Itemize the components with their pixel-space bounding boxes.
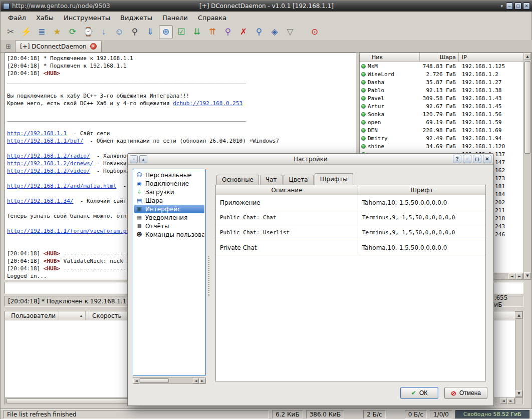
scroll-right-icon[interactable]: ► bbox=[199, 378, 205, 383]
finished-downloads-button[interactable]: ☑ bbox=[174, 25, 188, 39]
settings-section-item[interactable]: ☺Персональные bbox=[134, 171, 204, 179]
user-row[interactable]: DEN226.98 ГиБ192.168.1.69 bbox=[360, 126, 523, 134]
recent-hubs-button[interactable]: ⌚ bbox=[81, 25, 95, 39]
scroll-down-icon[interactable]: ▼ bbox=[515, 390, 522, 397]
column-nick[interactable]: Ник bbox=[360, 53, 420, 62]
menu-item[interactable]: Файл bbox=[4, 13, 31, 23]
chat-link[interactable]: http://192.168.1.34/ bbox=[7, 198, 73, 204]
scroll-up-icon[interactable]: ▲ bbox=[515, 312, 522, 319]
scroll-right-icon[interactable]: ► bbox=[516, 273, 523, 279]
close-hub-button[interactable]: ✗ bbox=[236, 25, 250, 39]
chat-link[interactable]: http://192.168.1.1 bbox=[7, 130, 67, 137]
column-font[interactable]: Шрифт bbox=[358, 185, 485, 195]
dialog-menu-icon[interactable]: ▫ bbox=[130, 155, 138, 163]
downloads-button[interactable]: ⇓ bbox=[143, 25, 157, 39]
user-row[interactable]: Artur92.67 ГиБ192.168.1.45 bbox=[360, 102, 523, 110]
scroll-thumb[interactable] bbox=[140, 378, 169, 383]
font-row[interactable]: Public Chat: ChatTerminus,9,-1,5,50,0,0,… bbox=[216, 210, 485, 225]
settings-section-item[interactable]: ☻Команды пользователя bbox=[134, 230, 204, 239]
ok-button[interactable]: ✔ ОК bbox=[400, 387, 438, 399]
cut-button[interactable]: ✂ bbox=[4, 25, 18, 39]
user-row[interactable]: open69.19 ГиБ192.168.1.59 bbox=[360, 118, 523, 126]
public-hubs-button[interactable]: ⊕ bbox=[159, 25, 173, 39]
column-ip[interactable]: IP bbox=[459, 53, 523, 62]
settings-section-item[interactable]: ◉Подключение bbox=[134, 179, 204, 188]
tab-close-icon[interactable]: ✕ bbox=[90, 43, 97, 50]
scroll-left-icon[interactable]: ◄ bbox=[500, 398, 507, 404]
chat-link[interactable]: http://192.168.1.2/dcnews/ bbox=[7, 160, 93, 167]
download-arrow-button[interactable]: ⇊ bbox=[190, 25, 204, 39]
finished-uploads-button[interactable]: ⇈ bbox=[205, 25, 219, 39]
font-row[interactable]: Public Chat: UserlistTerminus,9,-1,5,50,… bbox=[216, 225, 485, 240]
settings-section-item[interactable]: ⇩Загрузки bbox=[134, 188, 204, 196]
settings-section-item[interactable]: ≣Отчёты bbox=[134, 222, 204, 230]
scroll-right-icon[interactable]: ► bbox=[507, 398, 514, 404]
favorite-hubs-button[interactable]: ≣ bbox=[35, 25, 49, 39]
search-spy-button[interactable]: ⚲ bbox=[221, 25, 235, 39]
scroll-left-icon[interactable]: ◄ bbox=[193, 378, 199, 383]
settings-section-item[interactable]: ▤Шара bbox=[134, 196, 204, 205]
filter-button[interactable]: ▽ bbox=[283, 25, 297, 39]
settings-tab[interactable]: Шрифты bbox=[315, 173, 353, 185]
dialog-help-button[interactable]: ? bbox=[453, 155, 461, 163]
chat-link[interactable]: http://192.168.1.1/forum/viewforum.php bbox=[7, 228, 133, 234]
quick-connect-button[interactable]: ⚡ bbox=[19, 25, 33, 39]
scroll-left-icon[interactable]: ◄ bbox=[133, 378, 139, 383]
column-share[interactable]: Шара bbox=[420, 53, 459, 62]
menu-item[interactable]: Панели bbox=[158, 13, 192, 23]
scroll-up-icon[interactable]: ▲ bbox=[524, 53, 531, 60]
menu-item[interactable]: Справка bbox=[193, 13, 231, 23]
dialog-maximize-button[interactable]: ◻ bbox=[473, 155, 481, 163]
reload-filelist-button[interactable]: ⟳ bbox=[66, 25, 80, 39]
user-row[interactable]: Dmitry92.49 ГиБ192.168.1.94 bbox=[360, 134, 523, 142]
window-menu-icon[interactable]: ▾ bbox=[499, 4, 504, 9]
chat-link[interactable]: http://192.168.1.1/buf/ bbox=[7, 138, 83, 144]
dialog-shade-icon[interactable]: ▴ bbox=[139, 155, 147, 163]
favorite-users-button[interactable]: ★ bbox=[50, 25, 64, 39]
settings-section-item[interactable]: ▣Интерфейс bbox=[134, 205, 204, 213]
security-button[interactable]: ◈ bbox=[268, 25, 282, 39]
user-row[interactable]: Pavel309.58 ГиБ192.168.1.43 bbox=[360, 94, 523, 102]
cancel-button[interactable]: ⊘ Отмена bbox=[444, 387, 487, 399]
chat-link[interactable]: http://192.168.1.2/radio/ bbox=[7, 153, 90, 159]
widget-menu-button[interactable]: ⊞ bbox=[4, 42, 13, 51]
download-queue-button[interactable]: ↓ bbox=[97, 25, 111, 39]
transfers-vscrollbar[interactable]: ▲ ▼ bbox=[515, 311, 523, 397]
favorite-user-add-button[interactable]: ☺ bbox=[112, 25, 126, 39]
userlist-vscrollbar[interactable]: ▲ ▼ bbox=[523, 53, 531, 280]
column-description[interactable]: Описание bbox=[216, 185, 358, 195]
user-row[interactable]: Sonka120.79 ГиБ192.168.1.56 bbox=[360, 110, 523, 118]
settings-section-item[interactable]: ▦Уведомления bbox=[134, 213, 204, 222]
maximize-button[interactable]: ◻ bbox=[514, 3, 521, 10]
adl-search-button[interactable]: ⚲ bbox=[252, 25, 266, 39]
chat-link[interactable]: http://192.168.1.2/and/mafia.html bbox=[7, 183, 117, 189]
chat-link[interactable]: dchub://192.168.0.253 bbox=[173, 100, 242, 107]
menu-item[interactable]: Инструменты bbox=[59, 13, 115, 23]
user-row[interactable]: WiseLord2.726 ТиБ192.168.1.2 bbox=[360, 70, 523, 78]
dialog-close-button[interactable]: ✕ bbox=[483, 155, 491, 163]
hub-tab[interactable]: [+] DConnectDaemon ✕ bbox=[15, 40, 102, 52]
font-row[interactable]: ПриложениеTahoma,10,-1,5,50,0,0,0,0,0 bbox=[216, 195, 485, 210]
dialog-minimize-button[interactable]: – bbox=[463, 155, 471, 163]
font-row[interactable]: Private ChatTahoma,10,-1,5,50,0,0,0,0,0 bbox=[216, 240, 485, 255]
user-row[interactable]: shine34.69 ГиБ192.168.1.120 bbox=[360, 142, 523, 150]
chat-link[interactable]: http://192.168.1.2/video/ bbox=[7, 168, 90, 174]
scroll-thumb[interactable] bbox=[524, 61, 530, 154]
titlebar-tab[interactable]: http://www.gentoo.ru/node/9503 bbox=[3, 3, 110, 10]
settings-tab[interactable]: Цвета bbox=[284, 175, 314, 185]
column-users[interactable]: Пользователи ▴ bbox=[5, 311, 89, 320]
section-list-hscrollbar[interactable]: ◄ ◄ ► bbox=[133, 377, 206, 384]
dialog-splitter-handle[interactable] bbox=[208, 256, 210, 296]
settings-tab[interactable]: Основные bbox=[216, 175, 259, 185]
menu-item[interactable]: Виджеты bbox=[116, 13, 157, 23]
scroll-down-icon[interactable]: ▼ bbox=[524, 272, 531, 279]
search-button[interactable]: ⚲ bbox=[128, 25, 142, 39]
user-row[interactable]: Pablo92.13 ГиБ192.168.1.38 bbox=[360, 86, 523, 94]
quit-button[interactable]: ⊙ bbox=[308, 25, 322, 39]
menu-item[interactable]: Хабы bbox=[32, 13, 58, 23]
user-row[interactable]: MsM748.83 ГиБ192.168.1.125 bbox=[360, 62, 523, 70]
scroll-left-icon[interactable]: ◄ bbox=[508, 273, 515, 279]
settings-tab[interactable]: Чат bbox=[260, 175, 283, 185]
close-button[interactable]: ✕ bbox=[523, 3, 530, 10]
minimize-button[interactable]: – bbox=[506, 3, 513, 10]
